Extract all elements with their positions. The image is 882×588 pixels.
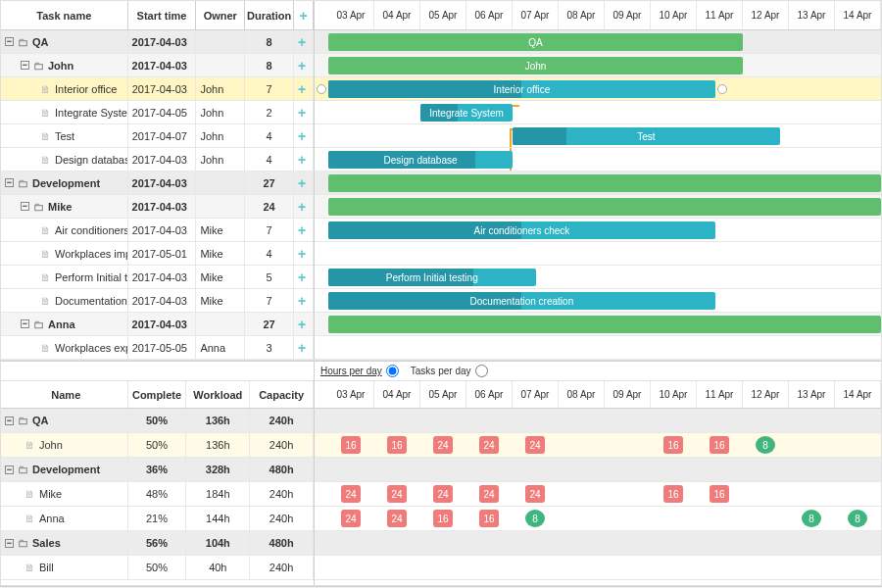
task-start-cell[interactable]: 2017-04-03 [128, 219, 197, 241]
mode-tasks[interactable]: Tasks per day [411, 365, 488, 377]
add-task-button[interactable]: + [294, 195, 314, 218]
timeline-row[interactable]: Integrate System [315, 101, 881, 124]
collapse-icon[interactable]: − [5, 37, 14, 46]
task-row[interactable]: −🗀QA2017-04-038+ [1, 30, 314, 54]
gantt-chart[interactable]: 03 Apr04 Apr05 Apr06 Apr07 Apr08 Apr09 A… [315, 1, 881, 360]
timeline-row[interactable] [315, 242, 881, 266]
task-duration-cell[interactable]: 7 [245, 219, 294, 241]
resource-row[interactable]: 🗎 Bill50%40h240h [1, 556, 314, 580]
task-owner-cell[interactable] [196, 195, 245, 218]
col-capacity[interactable]: Capacity [250, 381, 314, 408]
task-duration-cell[interactable]: 8 [245, 54, 294, 76]
resource-name-cell[interactable]: −🗀 Development [1, 458, 128, 481]
timeline-row[interactable] [315, 172, 881, 195]
collapse-icon[interactable]: − [21, 61, 29, 70]
task-duration-cell[interactable]: 27 [245, 172, 294, 194]
bar-handle-right[interactable] [717, 84, 727, 94]
resource-name-cell[interactable]: −🗀 Sales [1, 531, 128, 555]
task-row[interactable]: −🗀John2017-04-038+ [1, 54, 314, 77]
task-duration-cell[interactable]: 2 [245, 101, 294, 123]
gantt-bar[interactable] [328, 316, 881, 333]
task-owner-cell[interactable]: John [196, 148, 245, 171]
timeline-row[interactable]: Design database [315, 148, 881, 172]
timeline-row[interactable] [315, 313, 881, 336]
task-duration-cell[interactable]: 8 [245, 30, 294, 53]
gantt-bar[interactable]: Integrate System [420, 104, 513, 122]
task-start-cell[interactable]: 2017-04-03 [128, 195, 197, 218]
task-duration-cell[interactable]: 4 [245, 242, 294, 265]
task-name-cell[interactable]: 🗎Workplaces importation [1, 242, 128, 265]
task-duration-cell[interactable]: 7 [245, 77, 294, 100]
task-name-cell[interactable]: −🗀QA [1, 30, 128, 53]
task-name-cell[interactable]: −🗀John [1, 54, 128, 76]
resource-name-cell[interactable]: −🗀 QA [1, 409, 128, 432]
collapse-icon[interactable]: − [5, 178, 14, 187]
task-row[interactable]: 🗎Workplaces importation2017-05-01Mike4+ [1, 242, 314, 266]
task-row[interactable]: −🗀Mike2017-04-0324+ [1, 195, 314, 219]
resource-name-cell[interactable]: 🗎 Anna [1, 507, 128, 530]
timeline-row[interactable] [315, 195, 881, 219]
task-duration-cell[interactable]: 5 [245, 266, 294, 288]
resource-row[interactable]: −🗀 QA50%136h240h [1, 409, 314, 433]
add-task-button[interactable]: + [294, 313, 314, 335]
radio-tasks[interactable] [475, 365, 488, 377]
gantt-bar[interactable]: Perform Initial testing [328, 269, 536, 286]
task-owner-cell[interactable]: Mike [196, 242, 245, 265]
add-task-button[interactable]: + [294, 172, 314, 194]
task-start-cell[interactable]: 2017-04-03 [128, 77, 197, 100]
resource-row[interactable]: −🗀 Sales56%104h480h [1, 531, 314, 556]
resource-row[interactable]: 🗎 Mike48%184h240h [1, 482, 314, 507]
add-task-button[interactable]: + [294, 148, 314, 171]
task-row[interactable]: −🗀Development2017-04-0327+ [1, 172, 314, 195]
task-owner-cell[interactable]: John [196, 77, 245, 100]
gantt-bar[interactable]: Test [513, 127, 780, 145]
gantt-bar[interactable]: Design database [328, 151, 513, 169]
task-start-cell[interactable]: 2017-04-03 [128, 266, 197, 288]
timeline-row[interactable]: Test [315, 124, 881, 148]
add-task-button[interactable]: + [294, 219, 314, 241]
task-name-cell[interactable]: −🗀Development [1, 172, 128, 194]
task-start-cell[interactable]: 2017-04-03 [128, 54, 197, 76]
mode-hours[interactable]: Hours per day [320, 365, 399, 377]
add-task-button[interactable]: + [294, 101, 314, 123]
col-workload[interactable]: Workload [186, 381, 250, 408]
task-row[interactable]: 🗎Workplaces exportation2017-05-05Anna3+ [1, 336, 314, 360]
gantt-bar[interactable]: QA [328, 33, 743, 51]
task-owner-cell[interactable]: Anna [196, 336, 245, 359]
task-duration-cell[interactable]: 27 [245, 313, 294, 335]
task-duration-cell[interactable]: 7 [245, 289, 294, 312]
timeline-row[interactable]: John [315, 54, 881, 77]
resource-row[interactable]: 🗎 Anna21%144h240h [1, 507, 314, 531]
gantt-bar[interactable] [328, 174, 881, 192]
task-name-cell[interactable]: −🗀Mike [1, 195, 128, 218]
collapse-icon[interactable]: − [21, 202, 29, 211]
collapse-icon[interactable]: − [21, 319, 29, 328]
gantt-bar[interactable]: John [328, 57, 743, 74]
collapse-icon[interactable]: − [5, 539, 14, 548]
task-owner-cell[interactable] [196, 172, 245, 194]
collapse-icon[interactable]: − [5, 466, 14, 474]
task-owner-cell[interactable]: Mike [196, 289, 245, 312]
task-row[interactable]: 🗎Perform Initial testing2017-04-03Mike5+ [1, 266, 314, 289]
task-start-cell[interactable]: 2017-04-03 [128, 313, 197, 335]
col-name[interactable]: Name [1, 381, 128, 408]
gantt-bar[interactable] [328, 198, 881, 216]
task-name-cell[interactable]: −🗀Anna [1, 313, 128, 335]
task-name-cell[interactable]: 🗎Integrate System [1, 101, 128, 123]
task-start-cell[interactable]: 2017-04-03 [128, 148, 197, 171]
timeline-row[interactable]: QA [315, 30, 881, 54]
gantt-bar[interactable]: Documentation creation [328, 292, 715, 310]
col-task-name[interactable]: Task name [1, 1, 128, 29]
timeline-row[interactable]: Interior office [315, 77, 881, 101]
task-owner-cell[interactable]: John [196, 124, 245, 147]
timeline-row[interactable]: Documentation creation [315, 289, 881, 313]
task-name-cell[interactable]: 🗎Perform Initial testing [1, 266, 128, 288]
col-duration[interactable]: Duration [245, 1, 294, 29]
task-name-cell[interactable]: 🗎Workplaces exportation [1, 336, 128, 359]
task-start-cell[interactable]: 2017-04-03 [128, 172, 197, 194]
task-owner-cell[interactable]: John [196, 101, 245, 123]
add-task-button[interactable]: + [294, 124, 314, 147]
task-owner-cell[interactable] [196, 313, 245, 335]
task-start-cell[interactable]: 2017-04-07 [128, 124, 197, 147]
resource-row[interactable]: −🗀 Development36%328h480h [1, 458, 314, 482]
